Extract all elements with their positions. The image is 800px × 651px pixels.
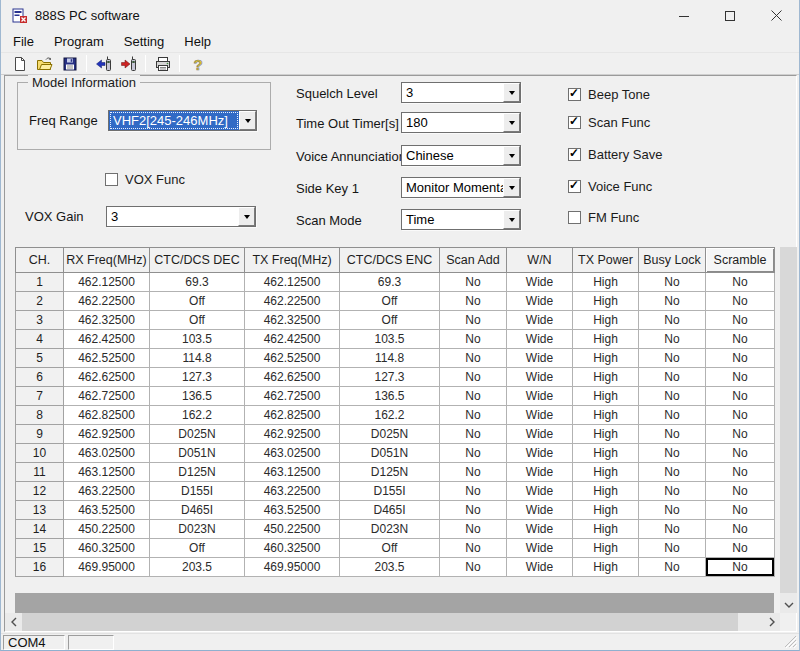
cell[interactable]: 462.92500 [64,425,150,444]
voice-func-checkbox[interactable]: ✓ Voice Func [568,179,652,194]
cell[interactable]: Wide [507,463,573,482]
maximize-button[interactable] [707,0,753,31]
column-header-ctc-dcs-enc[interactable]: CTC/DCS ENC [340,248,440,273]
cell[interactable]: Wide [507,349,573,368]
cell[interactable]: 463.22500 [245,482,340,501]
scroll-down-button[interactable] [780,596,797,613]
cell[interactable]: 136.5 [340,387,440,406]
cell[interactable]: D125N [340,463,440,482]
cell[interactable]: Wide [507,311,573,330]
cell[interactable]: High [573,520,639,539]
vertical-scrollbar-thumb[interactable] [780,247,797,593]
row-header[interactable]: 5 [16,349,64,368]
side-key-1-dropdown-button[interactable] [503,178,520,197]
cell[interactable]: No [706,273,775,292]
cell[interactable]: D025N [340,425,440,444]
cell[interactable]: No [440,387,507,406]
row-header[interactable]: 6 [16,368,64,387]
cell[interactable]: 114.8 [340,349,440,368]
cell[interactable]: D023N [150,520,245,539]
cell[interactable]: Wide [507,539,573,558]
cell[interactable]: 462.72500 [64,387,150,406]
cell[interactable]: 460.32500 [64,539,150,558]
cell[interactable]: 462.62500 [64,368,150,387]
cell[interactable]: No [639,311,706,330]
cell[interactable]: 469.95000 [245,558,340,577]
cell[interactable]: 462.42500 [64,330,150,349]
cell[interactable]: No [440,501,507,520]
cell[interactable]: High [573,349,639,368]
resize-grip[interactable] [784,635,797,648]
cell[interactable]: No [440,558,507,577]
cell[interactable]: D155I [150,482,245,501]
print-button[interactable] [150,53,175,74]
row-header[interactable]: 15 [16,539,64,558]
cell[interactable]: No [706,463,775,482]
cell[interactable]: 463.12500 [64,463,150,482]
cell[interactable]: Wide [507,425,573,444]
cell[interactable]: Wide [507,330,573,349]
cell[interactable]: 463.02500 [245,444,340,463]
cell[interactable]: 460.32500 [245,539,340,558]
cell[interactable]: No [639,349,706,368]
cell[interactable]: No [639,463,706,482]
cell[interactable]: D051N [340,444,440,463]
minimize-button[interactable] [661,0,707,31]
cell[interactable]: No [639,292,706,311]
cell[interactable]: 103.5 [150,330,245,349]
cell[interactable]: No [639,387,706,406]
cell[interactable]: High [573,501,639,520]
cell[interactable]: D125N [150,463,245,482]
cell[interactable]: No [706,330,775,349]
cell[interactable]: No [639,330,706,349]
cell[interactable]: High [573,273,639,292]
cell[interactable]: No [706,482,775,501]
menu-program[interactable]: Program [44,32,114,52]
cell[interactable]: High [573,539,639,558]
cell[interactable]: 463.52500 [245,501,340,520]
scroll-right-button[interactable] [763,613,780,631]
column-header-w-n[interactable]: W/N [507,248,573,273]
cell[interactable]: No [440,425,507,444]
cell[interactable]: No [639,425,706,444]
side-key-1-combo[interactable]: Monitor Momentary [401,177,521,198]
cell[interactable]: High [573,387,639,406]
cell[interactable]: No [706,292,775,311]
cell[interactable]: D465I [340,501,440,520]
squelch-level-combo[interactable]: 3 [401,82,521,103]
row-header[interactable]: 7 [16,387,64,406]
row-header[interactable]: 3 [16,311,64,330]
voice-annunciation-combo[interactable]: Chinese [401,145,521,166]
cell[interactable]: Wide [507,520,573,539]
cell[interactable]: High [573,311,639,330]
scan-func-checkbox[interactable]: ✓ Scan Func [568,115,650,130]
cell[interactable]: 462.92500 [245,425,340,444]
cell[interactable]: No [639,444,706,463]
cell[interactable]: No [639,520,706,539]
scroll-left-button[interactable] [5,613,22,631]
row-header[interactable]: 14 [16,520,64,539]
cell[interactable]: No [639,406,706,425]
cell[interactable]: 450.22500 [64,520,150,539]
vox-func-checkbox[interactable]: ✓ VOX Func [105,172,185,187]
cell[interactable]: Wide [507,368,573,387]
cell[interactable]: No [706,311,775,330]
horizontal-scrollbar-thumb[interactable] [22,613,738,631]
cell[interactable]: Off [340,292,440,311]
row-header[interactable]: 1 [16,273,64,292]
horizontal-scrollbar[interactable] [5,613,780,631]
cell[interactable]: D155I [340,482,440,501]
cell[interactable]: No [440,463,507,482]
row-header[interactable]: 13 [16,501,64,520]
cell[interactable]: Wide [507,273,573,292]
cell[interactable]: Off [150,292,245,311]
write-to-radio-button[interactable] [116,53,141,74]
cell[interactable]: No [706,349,775,368]
cell[interactable]: No [706,406,775,425]
cell[interactable]: 462.12500 [64,273,150,292]
row-header[interactable]: 2 [16,292,64,311]
voice-annunciation-dropdown-button[interactable] [503,146,520,165]
cell[interactable]: No [639,539,706,558]
cell[interactable]: 162.2 [150,406,245,425]
cell[interactable]: No [706,558,775,577]
